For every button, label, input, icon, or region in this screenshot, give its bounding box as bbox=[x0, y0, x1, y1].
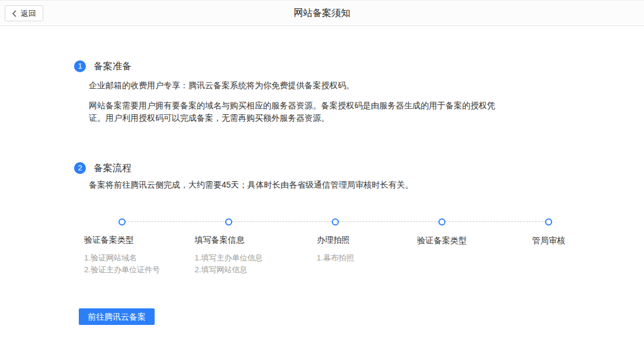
step-item: 2.填写网站信息 bbox=[195, 264, 263, 276]
process-paragraph: 备案将前往腾讯云侧完成，大约需要45天；具体时长由各省级通信管理局审核时长有关。 bbox=[89, 179, 512, 191]
section-process: 2 备案流程 备案将前往腾讯云侧完成，大约需要45天；具体时长由各省级通信管理局… bbox=[74, 162, 512, 276]
timeline-dot-cell bbox=[69, 218, 175, 226]
timeline-dot bbox=[545, 218, 552, 226]
section-number-badge: 1 bbox=[74, 60, 86, 72]
step-items: 1.验证网站域名2.验证主办单位证件号 bbox=[84, 252, 160, 276]
header-bar: 返回 网站备案须知 bbox=[0, 0, 644, 26]
back-button[interactable]: 返回 bbox=[5, 5, 43, 21]
step-items: 1.填写主办单位信息2.填写网站信息 bbox=[195, 252, 263, 276]
section-preparation: 1 备案准备 企业邮箱的收费用户专享：腾讯云备案系统将为你免费提供备案授权码。 … bbox=[74, 60, 512, 124]
timeline-steps: 验证备案类型1.验证网站域名2.验证主办单位证件号填写备案信息1.填写主办单位信… bbox=[69, 235, 602, 276]
timeline-step: 填写备案信息1.填写主办单位信息2.填写网站信息 bbox=[175, 235, 282, 276]
cta-container: 前往腾讯云备案 bbox=[79, 308, 644, 325]
timeline-step: 验证备案类型1.验证网站域名2.验证主办单位证件号 bbox=[69, 235, 175, 276]
step-item: 1.幕布拍照 bbox=[317, 252, 354, 264]
filing-process-timeline: 验证备案类型1.验证网站域名2.验证主办单位证件号填写备案信息1.填写主办单位信… bbox=[69, 218, 602, 276]
step-item: 1.验证网站域名 bbox=[84, 252, 160, 264]
timeline-dot bbox=[118, 218, 126, 226]
timeline-dots bbox=[69, 218, 602, 226]
back-button-label: 返回 bbox=[21, 8, 36, 19]
timeline-step: 办理拍照1.幕布拍照 bbox=[282, 235, 389, 276]
step-label: 验证备案类型 bbox=[84, 235, 160, 244]
chevron-left-icon bbox=[12, 10, 17, 17]
timeline-dot-cell bbox=[175, 218, 282, 226]
timeline-dot-cell bbox=[389, 218, 495, 226]
timeline-dot-cell bbox=[495, 218, 602, 226]
timeline-step: 验证备案类型 bbox=[389, 235, 495, 276]
step-label: 管局审核 bbox=[532, 236, 565, 245]
section-title: 备案流程 bbox=[94, 162, 512, 174]
go-to-tencent-cloud-filing-button[interactable]: 前往腾讯云备案 bbox=[79, 308, 155, 325]
timeline-dots-row bbox=[69, 218, 602, 226]
step-items: 1.幕布拍照 bbox=[317, 252, 354, 264]
timeline-dot bbox=[225, 218, 232, 226]
step-label: 办理拍照 bbox=[317, 235, 354, 244]
preparation-highlight-text: 企业邮箱的收费用户专享：腾讯云备案系统将为你免费提供备案授权码。 bbox=[89, 79, 512, 91]
step-label: 验证备案类型 bbox=[417, 236, 467, 245]
preparation-paragraph: 网站备案需要用户拥有要备案的域名与购买相应的服务器资源。备案授权码是由服务器生成… bbox=[89, 99, 502, 124]
page-title: 网站备案须知 bbox=[294, 7, 351, 20]
step-item: 2.验证主办单位证件号 bbox=[84, 264, 160, 276]
timeline-dot bbox=[438, 218, 446, 226]
section-title: 备案准备 bbox=[94, 60, 512, 72]
timeline-step: 管局审核 bbox=[495, 235, 602, 276]
step-item: 1.填写主办单位信息 bbox=[195, 252, 263, 264]
step-label: 填写备案信息 bbox=[195, 235, 263, 244]
main-content: 1 备案准备 企业邮箱的收费用户专享：腾讯云备案系统将为你免费提供备案授权码。 … bbox=[0, 26, 644, 325]
timeline-dot bbox=[332, 218, 339, 226]
timeline-dot-cell bbox=[282, 218, 389, 226]
section-number-badge: 2 bbox=[74, 162, 86, 174]
